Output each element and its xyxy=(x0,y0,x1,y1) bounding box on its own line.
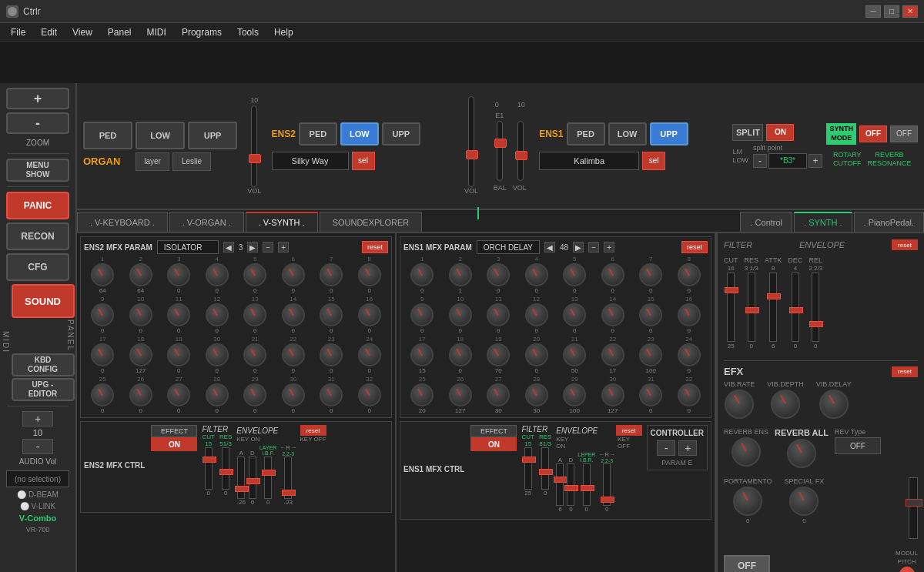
ens2-knob-ctrl-7[interactable] xyxy=(320,263,343,286)
ens1-knob-ctrl-7[interactable] xyxy=(639,263,662,286)
ens2-mfx-prev[interactable]: ◀ xyxy=(223,242,234,253)
efx-reset[interactable]: reset xyxy=(892,366,918,377)
ens1-knob-ctrl-29[interactable] xyxy=(563,383,586,406)
ens1-knob-ctrl-30[interactable] xyxy=(601,383,624,406)
ens2-r-fader[interactable] xyxy=(284,457,292,499)
ens1-mfx-reset[interactable]: reset xyxy=(681,241,708,253)
pitch-thumb[interactable] xyxy=(906,499,922,507)
ens2-mfx-next[interactable]: ▶ xyxy=(247,242,258,253)
ens2-knob-ctrl-17[interactable] xyxy=(91,343,114,366)
rp-res-fader[interactable] xyxy=(748,273,755,342)
controller-minus[interactable]: - xyxy=(657,440,675,456)
ens1-knob-ctrl-25[interactable] xyxy=(410,383,434,406)
split-minus-button[interactable]: - xyxy=(753,154,767,168)
ens1-knob-ctrl-20[interactable] xyxy=(525,343,548,366)
ens1-sel-button[interactable]: sel xyxy=(642,152,665,170)
ens1-ped-button[interactable]: PED xyxy=(567,122,605,146)
ens1-knob-ctrl-4[interactable] xyxy=(525,263,548,286)
split-on-button[interactable]: ON xyxy=(766,124,794,141)
ens2-s-thumb[interactable] xyxy=(262,470,276,476)
ens2-ped-button[interactable]: PED xyxy=(299,122,337,146)
menu-tools[interactable]: Tools xyxy=(229,25,266,39)
ens1-s-fader[interactable] xyxy=(583,463,591,506)
split-plus-button[interactable]: + xyxy=(808,154,822,168)
ens2-a-thumb[interactable] xyxy=(235,486,249,492)
pitch-fader[interactable] xyxy=(909,477,918,539)
tab-synth[interactable]: . SYNTH . xyxy=(794,212,852,232)
ens1-knob-ctrl-21[interactable] xyxy=(563,343,586,366)
ens2-knob-ctrl-20[interactable] xyxy=(206,343,229,366)
ens1-mfx-next[interactable]: ▶ xyxy=(573,242,584,253)
ens2-knob-ctrl-4[interactable] xyxy=(206,263,229,286)
organ-upp-button[interactable]: UPP xyxy=(188,122,237,149)
ens1-knob-ctrl-6[interactable] xyxy=(601,263,624,286)
ens2-knob-ctrl-1[interactable] xyxy=(91,263,114,286)
special-fx-knob[interactable] xyxy=(789,487,819,516)
pitch-ball[interactable] xyxy=(899,567,915,572)
ens1-mfx-plus[interactable]: + xyxy=(604,242,614,253)
ens1-knob-ctrl-31[interactable] xyxy=(639,383,662,406)
ens2-knob-ctrl-21[interactable] xyxy=(243,343,266,366)
rp-cut-thumb[interactable] xyxy=(725,287,738,293)
maximize-button[interactable]: □ xyxy=(884,5,899,18)
ens1-res-thumb[interactable] xyxy=(539,469,553,475)
ens2-knob-ctrl-29[interactable] xyxy=(243,383,266,406)
vlink-link[interactable]: ⚪ V-LINK xyxy=(20,502,55,510)
ens1-effect-button[interactable]: EFFECT ON xyxy=(470,425,517,451)
ens2-effect-button[interactable]: EFFECT ON xyxy=(151,425,197,451)
reverb-all-knob[interactable] xyxy=(787,439,816,468)
ens2-low-button[interactable]: LOW xyxy=(340,122,379,146)
vol-up-button[interactable]: + xyxy=(22,411,53,426)
ens1-knob-ctrl-17[interactable] xyxy=(410,343,434,366)
ens1-knob-ctrl-2[interactable] xyxy=(449,263,472,286)
ens2-knob-ctrl-26[interactable] xyxy=(129,383,152,406)
e2-slider[interactable] xyxy=(517,121,524,181)
ens2-knob-ctrl-9[interactable] xyxy=(91,303,114,326)
tab-soundexplorer[interactable]: SOUNDEXPLORER xyxy=(320,212,423,232)
ens1-knob-ctrl-19[interactable] xyxy=(487,343,510,366)
tab-vsynth[interactable]: . V-SYNTH . xyxy=(246,212,318,232)
ens1-knob-ctrl-22[interactable] xyxy=(601,343,624,366)
ens1-s-thumb[interactable] xyxy=(581,485,594,491)
e2-thumb[interactable] xyxy=(515,151,527,160)
ens1-a-fader[interactable] xyxy=(556,463,564,506)
menu-panel[interactable]: Panel xyxy=(100,25,139,39)
portamento-knob[interactable] xyxy=(733,487,762,516)
rp-cut-fader[interactable] xyxy=(727,273,735,342)
rp-rel-fader[interactable] xyxy=(812,273,819,342)
synth-off-button[interactable]: OFF xyxy=(890,125,918,142)
ens2-knob-ctrl-23[interactable] xyxy=(320,343,343,366)
ens2-knob-ctrl-31[interactable] xyxy=(320,383,343,406)
vib-rate-knob[interactable] xyxy=(725,390,754,419)
menu-view[interactable]: View xyxy=(65,25,100,39)
menu-programs[interactable]: Programs xyxy=(174,25,229,39)
ens1-cut-thumb[interactable] xyxy=(522,457,536,463)
menu-show-button[interactable]: MENUSHOW xyxy=(6,159,69,182)
ens1-knob-ctrl-8[interactable] xyxy=(678,263,701,286)
ens2-knob-ctrl-5[interactable] xyxy=(243,263,266,286)
ens1-env-reset[interactable]: reset xyxy=(616,425,642,436)
synth-mode-on-button[interactable]: OFF xyxy=(859,125,887,142)
ens2-knob-ctrl-11[interactable] xyxy=(167,303,190,326)
ens2-d-fader[interactable] xyxy=(249,457,256,499)
menu-file[interactable]: File xyxy=(3,25,33,39)
ens1-knob-ctrl-12[interactable] xyxy=(525,303,548,326)
ens2-cut-fader[interactable] xyxy=(205,447,213,490)
organ-ped-button[interactable]: PED xyxy=(83,122,132,149)
kbd-config-button[interactable]: KBDCONFIG xyxy=(12,353,75,376)
ens2-knob-ctrl-2[interactable] xyxy=(129,263,152,286)
ens2-knob-ctrl-24[interactable] xyxy=(358,343,381,366)
ens2-knob-ctrl-13[interactable] xyxy=(243,303,266,326)
ens1-knob-ctrl-26[interactable] xyxy=(449,383,472,406)
organ-vol-thumb[interactable] xyxy=(249,154,261,163)
ens2-mfx-plus[interactable]: + xyxy=(278,242,289,253)
panic-button[interactable]: PANIC xyxy=(6,192,69,219)
vib-delay-knob[interactable] xyxy=(819,390,849,419)
ens2-knob-ctrl-18[interactable] xyxy=(129,343,152,366)
rev-type-display[interactable]: OFF xyxy=(835,437,881,454)
rp-rel-thumb[interactable] xyxy=(809,321,823,327)
rp-dec-fader[interactable] xyxy=(792,273,799,342)
ens2-res-fader[interactable] xyxy=(222,447,229,490)
rp-reset-button[interactable]: reset xyxy=(892,239,918,250)
ens2-knob-ctrl-32[interactable] xyxy=(358,383,381,406)
